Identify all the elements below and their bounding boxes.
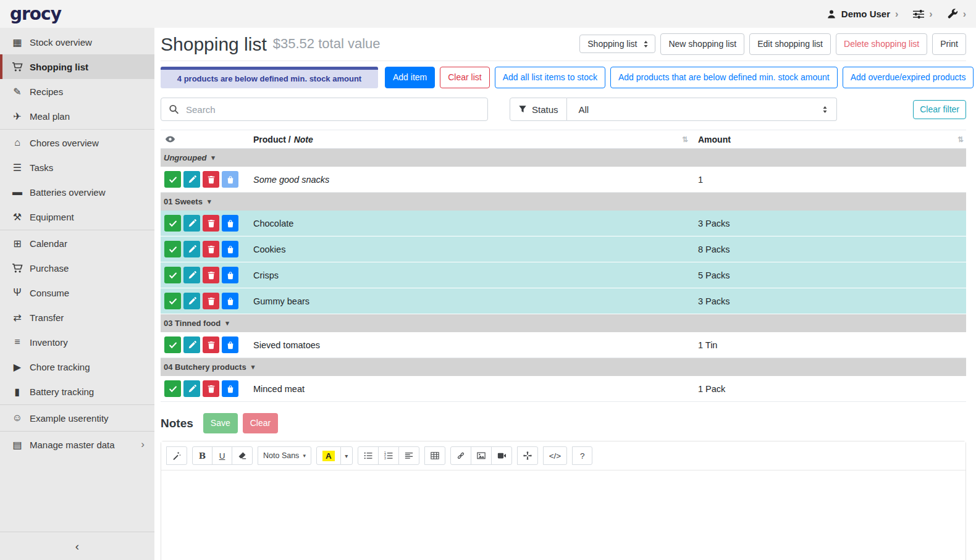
add-to-stock-button[interactable] [222, 241, 238, 257]
bold-button[interactable]: B [192, 446, 212, 465]
add-to-stock-button[interactable] [222, 336, 238, 353]
delete-item-button[interactable] [203, 380, 219, 397]
toggle-done-visibility[interactable] [161, 134, 253, 144]
edit-item-button[interactable] [183, 380, 200, 397]
sidebar-item-batteries-overview[interactable]: ▬Batteries overview [0, 180, 154, 204]
sidebar-collapse-button[interactable]: ‹ [0, 532, 154, 560]
mark-done-button[interactable] [164, 241, 181, 257]
status-filter-select[interactable]: All [567, 98, 837, 121]
product-group-header-ungrouped[interactable]: Ungrouped▾ [161, 149, 966, 167]
edit-item-button[interactable] [183, 241, 200, 257]
search-input[interactable] [161, 98, 488, 121]
sidebar-item-tasks[interactable]: ☰Tasks [0, 155, 154, 180]
help-button[interactable]: ? [572, 446, 592, 465]
print-button[interactable]: Print [932, 33, 966, 55]
add-to-stock-button[interactable] [222, 215, 238, 232]
trash-icon [207, 341, 216, 349]
mark-done-button[interactable] [164, 336, 181, 353]
product-group-header-04-butchery-products[interactable]: 04 Butchery products▾ [161, 358, 966, 376]
product-group-header-01-sweets[interactable]: 01 Sweets▾ [161, 193, 966, 211]
delete-item-button[interactable] [203, 241, 219, 257]
underline-button[interactable]: U [212, 446, 232, 465]
edit-item-button[interactable] [183, 215, 200, 232]
edit-item-button[interactable] [183, 267, 200, 283]
notes-clear-button[interactable]: Clear [243, 413, 278, 433]
insert-picture-button[interactable] [471, 446, 492, 465]
add-overdue-button[interactable]: Add overdue/expired products [843, 67, 974, 88]
sidebar-item-chore-tracking[interactable]: ▶Chore tracking [0, 354, 154, 379]
code-view-button[interactable]: </> [543, 446, 568, 465]
font-color-dropdown[interactable]: ▾ [340, 446, 353, 465]
edit-item-button[interactable] [183, 293, 200, 309]
sidebar-item-calendar[interactable]: ⊞Calendar [0, 231, 154, 256]
clear-list-button[interactable]: Clear list [440, 67, 489, 88]
amount-cell: 1 Tin [698, 340, 966, 350]
add-to-stock-button[interactable] [222, 267, 238, 283]
paragraph-align-button[interactable] [398, 446, 419, 465]
eraser-button[interactable] [232, 446, 253, 465]
font-family-select[interactable]: Noto Sans▾ [258, 446, 311, 465]
add-to-stock-button[interactable] [222, 380, 238, 397]
mark-done-button[interactable] [164, 380, 181, 397]
sidebar-item-equipment[interactable]: ⚒Equipment [0, 204, 154, 229]
sort-icon[interactable]: ⇅ [682, 135, 688, 144]
sidebar-item-inventory[interactable]: ≡Inventory [0, 330, 154, 354]
magic-style-button[interactable] [166, 446, 187, 465]
row-actions [161, 171, 253, 188]
fullscreen-button[interactable] [517, 446, 538, 465]
sidebar-item-example-userentity[interactable]: ☺Example userentity [0, 406, 154, 430]
sidebar-item-consume[interactable]: ΨConsume [0, 280, 154, 305]
admin-menu[interactable]: › [948, 9, 966, 20]
user-menu[interactable]: Demo User › [827, 9, 899, 20]
sidebar-item-meal-plan[interactable]: ✈Meal plan [0, 104, 154, 128]
sidebar-item-transfer[interactable]: ⇄Transfer [0, 305, 154, 330]
edit-item-button[interactable] [183, 336, 200, 353]
unordered-list-button[interactable] [358, 446, 379, 465]
add-below-min-stock-button[interactable]: Add products that are below defined min.… [610, 67, 838, 88]
amount-cell: 8 Packs [698, 244, 966, 254]
sidebar-item-manage-master-data[interactable]: ▤Manage master data› [0, 432, 154, 457]
delete-shopping-list-button[interactable]: Delete shopping list [836, 33, 927, 55]
mark-done-button[interactable] [164, 215, 181, 232]
delete-item-button[interactable] [203, 336, 219, 353]
edit-item-button[interactable] [183, 171, 200, 188]
add-all-to-stock-button[interactable]: Add all list items to stock [495, 67, 605, 88]
sidebar-item-shopping-list[interactable]: Shopping list [0, 54, 154, 79]
clear-filter-button[interactable]: Clear filter [913, 100, 966, 119]
sidebar-item-purchase[interactable]: Purchase [0, 256, 154, 280]
column-header-product[interactable]: Product / Note ⇅ [253, 135, 698, 144]
delete-item-button[interactable] [203, 267, 219, 283]
shopping-cart-icon [11, 62, 24, 72]
insert-table-button[interactable] [424, 446, 445, 465]
sort-icon[interactable]: ⇅ [957, 135, 964, 144]
ordered-list-button[interactable]: 123 [378, 446, 399, 465]
group-label: 01 Sweets [164, 197, 203, 206]
settings-menu[interactable]: › [913, 9, 932, 20]
product-group-header-03-tinned-food[interactable]: 03 Tinned food▾ [161, 314, 966, 332]
mark-done-button[interactable] [164, 267, 181, 283]
min-stock-alert[interactable]: 4 products are below defined min. stock … [161, 67, 378, 88]
notes-textarea[interactable] [161, 470, 965, 560]
grocy-logo[interactable]: grocy [10, 4, 61, 24]
sidebar-item-chores-overview[interactable]: ⌂Chores overview [0, 130, 154, 155]
insert-link-button[interactable] [450, 446, 471, 465]
font-color-button[interactable]: A [316, 446, 341, 465]
new-shopping-list-button[interactable]: New shopping list [660, 33, 744, 55]
shopping-list-select[interactable]: Shopping list [579, 35, 655, 53]
delete-item-button[interactable] [203, 171, 219, 188]
add-to-stock-button[interactable] [222, 293, 238, 309]
add-to-stock-button[interactable] [222, 171, 238, 188]
delete-item-button[interactable] [203, 293, 219, 309]
add-item-button[interactable]: Add item [385, 67, 435, 88]
sidebar-item-battery-tracking[interactable]: ▮Battery tracking [0, 379, 154, 404]
sidebar-item-stock-overview[interactable]: ▦Stock overview [0, 30, 154, 54]
mark-done-button[interactable] [164, 293, 181, 309]
mark-done-button[interactable] [164, 171, 181, 188]
column-header-amount[interactable]: Amount ⇅ [698, 135, 966, 144]
sidebar-item-recipes[interactable]: ✎Recipes [0, 79, 154, 104]
notes-save-button[interactable]: Save [203, 413, 238, 433]
delete-item-button[interactable] [203, 215, 219, 232]
edit-shopping-list-button[interactable]: Edit shopping list [749, 33, 831, 55]
insert-video-button[interactable] [491, 446, 512, 465]
status-filter-label[interactable]: Status [510, 98, 567, 121]
